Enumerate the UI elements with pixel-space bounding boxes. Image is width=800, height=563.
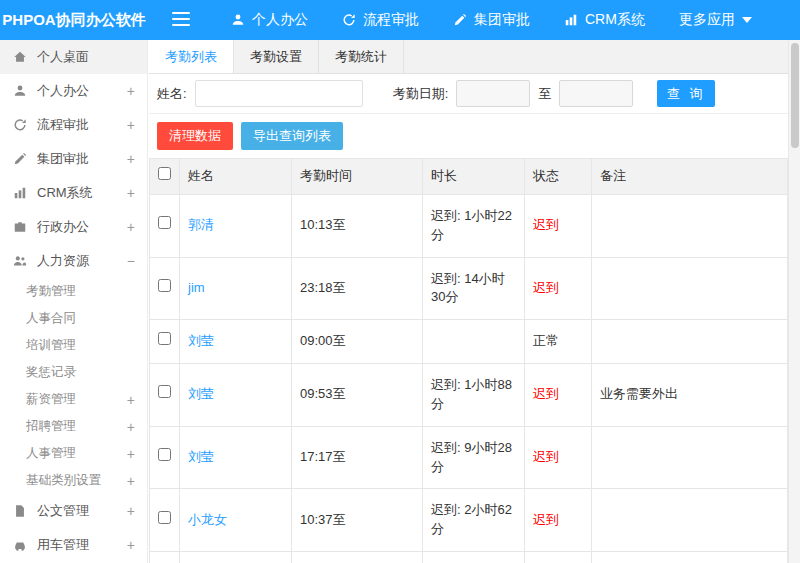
sidebar-item-label: 行政办公 bbox=[37, 218, 89, 236]
col-header-name: 姓名 bbox=[180, 159, 292, 195]
clear-data-button[interactable]: 清理数据 bbox=[157, 122, 233, 150]
sidebar-subitem-attendance[interactable]: 考勤管理 bbox=[0, 278, 147, 305]
sidebar-item-admin-office[interactable]: 行政办公 + bbox=[0, 210, 147, 244]
duration-line: 迟到: 9小时28分 bbox=[431, 439, 516, 477]
sidebar-item-personal-office[interactable]: 个人办公 + bbox=[0, 74, 147, 108]
collapse-icon[interactable]: − bbox=[127, 254, 135, 268]
note-cell bbox=[592, 257, 788, 320]
sidebar-item-label: 人力资源 bbox=[37, 252, 89, 270]
attendance-time: 10:54至10:54 bbox=[292, 552, 423, 563]
sidebar-toggle-button[interactable] bbox=[148, 12, 214, 29]
employee-name-link[interactable]: jim bbox=[188, 280, 205, 295]
expand-icon[interactable]: + bbox=[127, 186, 135, 200]
nav-more-apps[interactable]: 更多应用 bbox=[662, 0, 769, 40]
expand-icon[interactable]: + bbox=[127, 84, 135, 98]
sidebar-item-label: 用车管理 bbox=[37, 536, 89, 554]
export-list-button[interactable]: 导出查询列表 bbox=[241, 122, 343, 150]
sidebar-item-label: CRM系统 bbox=[37, 184, 93, 202]
row-checkbox[interactable] bbox=[158, 511, 171, 524]
expand-icon[interactable]: + bbox=[127, 152, 135, 166]
col-header-note: 备注 bbox=[592, 159, 788, 195]
nav-label: CRM系统 bbox=[585, 11, 645, 29]
col-header-time: 考勤时间 bbox=[292, 159, 423, 195]
sidebar-subitem-label: 薪资管理 bbox=[26, 391, 76, 408]
row-checkbox[interactable] bbox=[158, 385, 171, 398]
edit-icon bbox=[453, 13, 467, 27]
sidebar-item-group-approval[interactable]: 集团审批 + bbox=[0, 142, 147, 176]
scrollbar-thumb[interactable] bbox=[791, 43, 799, 148]
name-filter-input[interactable] bbox=[195, 80, 363, 107]
nav-personal-office[interactable]: 个人办公 bbox=[214, 0, 325, 40]
search-button[interactable]: 查 询 bbox=[657, 80, 715, 107]
attendance-time: 17:17至 bbox=[292, 426, 423, 489]
employee-name-link[interactable]: 小龙女 bbox=[188, 512, 227, 527]
nav-workflow-approval[interactable]: 流程审批 bbox=[325, 0, 436, 40]
sidebar-item-label: 个人桌面 bbox=[37, 48, 89, 66]
employee-name-link[interactable]: 刘莹 bbox=[188, 386, 214, 401]
top-header: PHPOA协同办公软件 个人办公 流程审批 集团审批 bbox=[0, 0, 800, 40]
status-cell: 迟到 bbox=[525, 364, 592, 427]
tab-attendance-settings[interactable]: 考勤设置 bbox=[234, 40, 319, 73]
duration-line: 迟到: 2小时62分 bbox=[431, 501, 516, 539]
select-all-checkbox[interactable] bbox=[158, 167, 171, 180]
attendance-time: 23:18至 bbox=[292, 257, 423, 320]
vertical-scrollbar[interactable] bbox=[788, 40, 800, 563]
row-checkbox[interactable] bbox=[158, 216, 171, 229]
sidebar-item-label: 集团审批 bbox=[37, 150, 89, 168]
sidebar-subitem-recruitment[interactable]: 招聘管理 + bbox=[0, 413, 147, 440]
duration-cell: 迟到: 1小时88分 bbox=[423, 364, 525, 427]
sidebar-item-vehicle[interactable]: 用车管理 + bbox=[0, 528, 147, 562]
hamburger-icon bbox=[172, 12, 190, 29]
employee-name-link[interactable]: 郭清 bbox=[188, 217, 214, 232]
edit-icon bbox=[13, 152, 29, 166]
sidebar-subitem-category-settings[interactable]: 基础类别设置 + bbox=[0, 467, 147, 494]
expand-icon[interactable]: + bbox=[127, 118, 135, 132]
date-from-input[interactable] bbox=[456, 80, 530, 107]
expand-icon[interactable]: + bbox=[127, 420, 135, 434]
document-icon bbox=[13, 504, 29, 518]
tab-bar: 考勤列表 考勤设置 考勤统计 bbox=[149, 40, 788, 74]
tab-attendance-list[interactable]: 考勤列表 bbox=[149, 40, 234, 73]
attendance-time: 09:53至 bbox=[292, 364, 423, 427]
expand-icon[interactable]: + bbox=[127, 474, 135, 488]
col-header-status: 状态 bbox=[525, 159, 592, 195]
note-cell bbox=[592, 426, 788, 489]
duration-cell bbox=[423, 320, 525, 364]
note-cell bbox=[592, 194, 788, 257]
employee-name-link[interactable]: 刘莹 bbox=[188, 449, 214, 464]
expand-icon[interactable]: + bbox=[127, 220, 135, 234]
sidebar-item-desktop[interactable]: 个人桌面 bbox=[0, 40, 147, 74]
table-header-row: 姓名 考勤时间 时长 状态 备注 bbox=[150, 159, 788, 195]
expand-icon[interactable]: + bbox=[127, 393, 135, 407]
row-checkbox[interactable] bbox=[158, 448, 171, 461]
tab-attendance-stats[interactable]: 考勤统计 bbox=[319, 40, 404, 73]
attendance-time: 10:13至 bbox=[292, 194, 423, 257]
sidebar-subitem-salary[interactable]: 薪资管理 + bbox=[0, 386, 147, 413]
sidebar-subitem-personnel[interactable]: 人事管理 + bbox=[0, 440, 147, 467]
attendance-time: 10:37至 bbox=[292, 489, 423, 552]
employee-name-link[interactable]: 刘莹 bbox=[188, 333, 214, 348]
date-to-input[interactable] bbox=[559, 80, 633, 107]
user-icon bbox=[231, 13, 245, 27]
row-checkbox[interactable] bbox=[158, 332, 171, 345]
table-row: 刘莹 09:00至 正常 bbox=[150, 320, 788, 364]
status-cell: 正常 bbox=[525, 320, 592, 364]
sidebar-subitem-contract[interactable]: 人事合同 bbox=[0, 305, 147, 332]
nav-crm-system[interactable]: CRM系统 bbox=[547, 0, 662, 40]
sidebar-item-crm[interactable]: CRM系统 + bbox=[0, 176, 147, 210]
app-logo: PHPOA协同办公软件 bbox=[0, 11, 148, 30]
sidebar-item-workflow[interactable]: 流程审批 + bbox=[0, 108, 147, 142]
expand-icon[interactable]: + bbox=[127, 538, 135, 552]
nav-group-approval[interactable]: 集团审批 bbox=[436, 0, 547, 40]
sidebar-item-hr[interactable]: 人力资源 − bbox=[0, 244, 147, 278]
nav-label: 个人办公 bbox=[252, 11, 308, 29]
date-to-label: 至 bbox=[538, 85, 551, 103]
nav-label: 集团审批 bbox=[474, 11, 530, 29]
bar-chart-icon bbox=[564, 13, 578, 27]
sidebar-item-documents[interactable]: 公文管理 + bbox=[0, 494, 147, 528]
sidebar-subitem-training[interactable]: 培训管理 bbox=[0, 332, 147, 359]
expand-icon[interactable]: + bbox=[127, 447, 135, 461]
row-checkbox[interactable] bbox=[158, 279, 171, 292]
expand-icon[interactable]: + bbox=[127, 504, 135, 518]
sidebar-subitem-rewards[interactable]: 奖惩记录 bbox=[0, 359, 147, 386]
